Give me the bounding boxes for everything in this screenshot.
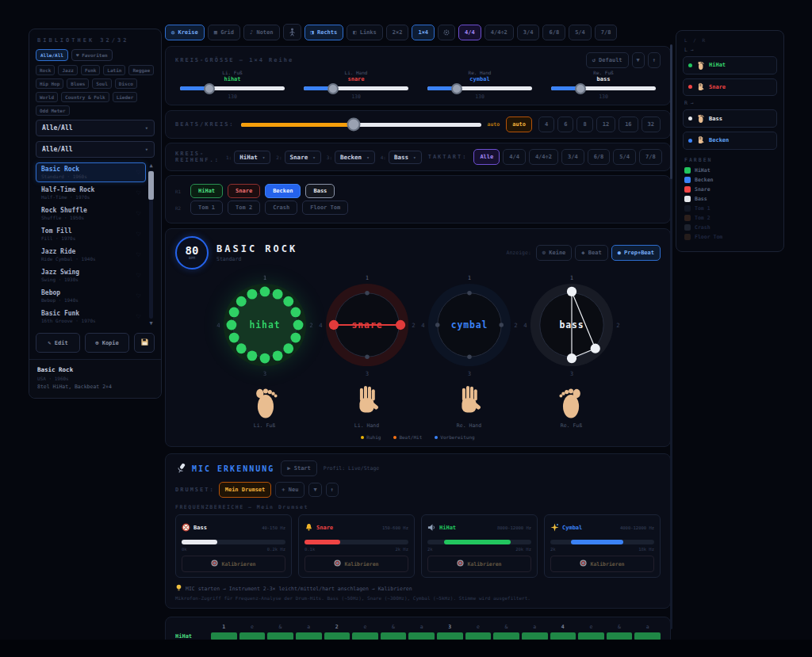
auto-button[interactable]: auto	[506, 117, 532, 132]
heart-icon[interactable]: ♡	[136, 189, 140, 197]
beats-per-circle-slider[interactable]	[241, 123, 481, 127]
list-item[interactable]: Tom FillFill · 1970s♡	[36, 224, 146, 244]
tsig-44-button[interactable]: 4/4	[458, 25, 481, 40]
beat-count-button[interactable]: 8	[576, 117, 592, 132]
layout-1x4-button[interactable]: 1×4	[412, 25, 435, 40]
slider-thumb[interactable]	[451, 83, 462, 94]
circle-size-slider[interactable]	[180, 86, 285, 90]
heart-icon[interactable]: ♡	[136, 272, 140, 279]
limb-row[interactable]: HiHat	[683, 56, 777, 74]
genre-chip[interactable]: Jazz	[58, 65, 77, 75]
heart-icon[interactable]: ♡	[136, 231, 140, 238]
instrument-chip[interactable]: Floor Tom	[302, 201, 348, 215]
tsig-442-button[interactable]: 4/4÷2	[485, 25, 514, 40]
circle-size-slider[interactable]	[304, 86, 408, 90]
heart-icon[interactable]: ♡	[136, 313, 140, 320]
genre-chip[interactable]: Funk	[81, 65, 100, 75]
view-kreise-button[interactable]: ◎ Kreise	[165, 25, 205, 40]
category-select[interactable]: Alle/All ▾	[36, 120, 155, 136]
taktart-button[interactable]: 4/4÷2	[529, 149, 558, 165]
genre-chip[interactable]: Odd Meter	[36, 105, 70, 116]
list-item[interactable]: Half-Time RockHalf-Time · 1970s♡	[36, 183, 146, 203]
heart-icon[interactable]: ♡	[136, 251, 140, 258]
drumset-export-button[interactable]: ↑	[326, 483, 339, 497]
genre-chip[interactable]: Soul	[92, 78, 111, 89]
list-scrollbar-thumb[interactable]	[148, 171, 154, 200]
limb-row[interactable]: Becken	[683, 132, 777, 150]
genre-chip[interactable]: Disco	[115, 78, 137, 89]
scroll-down-icon[interactable]: ▼	[147, 320, 155, 327]
limb-row[interactable]: Snare	[683, 78, 777, 97]
order-slot-select[interactable]: Becken▾	[335, 151, 375, 164]
align-right-button[interactable]: ◨ Rechts	[304, 25, 344, 40]
heart-icon[interactable]: ♡	[136, 210, 140, 217]
layout-2x2-button[interactable]: 2×2	[386, 25, 409, 40]
list-item[interactable]: Jazz RideRide Cymbal · 1940s♡	[36, 245, 146, 265]
instrument-chip[interactable]: Snare	[228, 184, 260, 198]
mic-start-button[interactable]: ▶ Start	[281, 460, 317, 476]
beat-count-button[interactable]: 12	[596, 117, 615, 132]
slider-thumb[interactable]	[347, 118, 360, 132]
slider-thumb[interactable]	[327, 83, 339, 94]
beat-count-button[interactable]: 32	[642, 117, 661, 132]
heart-icon[interactable]: ♡	[136, 169, 140, 176]
main-scrollbar-thumb[interactable]	[670, 44, 672, 179]
calibrate-button[interactable]: Kalibrieren	[427, 556, 531, 572]
calibrate-button[interactable]: Kalibrieren	[304, 556, 408, 572]
genre-chip[interactable]: Rock	[36, 65, 55, 75]
genre-chip[interactable]: Blues	[67, 78, 89, 89]
copy-button[interactable]: ⊕ Kopie	[85, 333, 129, 353]
list-item[interactable]: Jazz SwingSwing · 1930s♡	[36, 265, 146, 285]
genre-chip[interactable]: Lieder	[113, 92, 138, 102]
drumset-new-button[interactable]: + Neu	[275, 482, 304, 498]
settings-button[interactable]	[438, 25, 455, 40]
collapse-button[interactable]: ▼	[632, 52, 645, 68]
filter-all-button[interactable]: Alle/All	[36, 49, 68, 61]
body-view-button[interactable]	[283, 24, 301, 40]
instrument-chip[interactable]: Tom 2	[228, 201, 260, 215]
circle-size-slider[interactable]	[551, 86, 656, 90]
era-select[interactable]: Alle/All ▾	[36, 141, 155, 158]
list-item[interactable]: Basic Funk16th Groove · 1970s♡	[36, 307, 146, 327]
anzeige-button[interactable]: ⊙ Keine	[536, 245, 573, 261]
slider-thumb[interactable]	[204, 83, 215, 94]
order-slot-select[interactable]: HiHat▾	[234, 151, 270, 164]
drumset-collapse-button[interactable]: ▼	[308, 483, 321, 497]
tsig-54-button[interactable]: 5/4	[569, 25, 592, 40]
beat-count-button[interactable]: 16	[619, 117, 638, 132]
order-slot-select[interactable]: Bass▾	[389, 151, 422, 164]
instrument-chip[interactable]: Bass	[305, 184, 335, 198]
bass-circle[interactable]: 1234bass	[521, 273, 622, 377]
save-button[interactable]	[134, 333, 155, 353]
list-item[interactable]: Rock ShuffleShuffle · 1950s♡	[36, 204, 146, 223]
taktart-button[interactable]: 7/8	[639, 149, 662, 165]
main-scrollbar[interactable]	[670, 44, 672, 629]
anzeige-button[interactable]: ● Prep+Beat	[611, 245, 661, 261]
taktart-button[interactable]: 6/8	[588, 149, 611, 165]
limb-row[interactable]: Bass	[683, 109, 777, 128]
instrument-chip[interactable]: Tom 1	[190, 201, 223, 215]
instrument-chip[interactable]: Crash	[265, 201, 297, 215]
default-button[interactable]: ↺ Default	[586, 52, 629, 68]
tsig-34-button[interactable]: 3/4	[517, 25, 540, 40]
order-slot-select[interactable]: Snare▾	[285, 151, 321, 164]
instrument-chip[interactable]: Becken	[265, 184, 301, 198]
heart-icon[interactable]: ♡	[136, 292, 140, 300]
scroll-top-button[interactable]: ↑	[648, 52, 661, 68]
instrument-chip[interactable]: HiHat	[190, 184, 223, 198]
align-left-button[interactable]: ◧ Links	[347, 25, 383, 40]
tsig-68-button[interactable]: 6/8	[542, 25, 565, 40]
slider-thumb[interactable]	[575, 83, 586, 94]
anzeige-button[interactable]: ◆ Beat	[575, 245, 607, 261]
filter-favorites-button[interactable]: ♥ Favoriten	[71, 49, 113, 61]
taktart-button[interactable]: Alle	[473, 149, 500, 165]
genre-chip[interactable]: World	[36, 92, 58, 102]
hihat-circle[interactable]: 1234hihat	[214, 273, 316, 377]
list-item[interactable]: BebopBebop · 1940s♡	[36, 286, 146, 306]
cymbal-circle[interactable]: 1234cymbal	[419, 273, 520, 377]
snare-circle[interactable]: 1234snare	[316, 273, 418, 377]
genre-chip[interactable]: Country & Folk	[61, 92, 109, 102]
beat-count-button[interactable]: 6	[557, 117, 573, 132]
circle-size-slider[interactable]	[427, 86, 532, 90]
tsig-78-button[interactable]: 7/8	[595, 25, 618, 40]
